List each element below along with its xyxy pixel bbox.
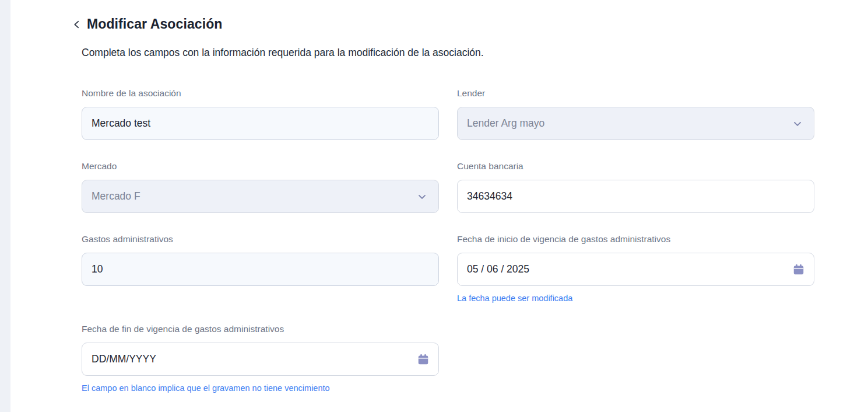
start-date-helper: La fecha puede ser modificada <box>457 294 814 303</box>
calendar-icon[interactable] <box>792 263 806 277</box>
back-button[interactable] <box>71 19 83 30</box>
market-selected-value: Mercado F <box>92 190 140 202</box>
chevron-left-icon <box>72 19 82 30</box>
field-start-date: Fecha de inicio de vigencia de gastos ad… <box>457 234 814 303</box>
lender-selected-value: Lender Arg mayo <box>467 117 544 130</box>
association-name-input[interactable] <box>82 107 439 140</box>
admin-expenses-input[interactable] <box>82 253 439 286</box>
calendar-icon[interactable] <box>416 352 430 366</box>
end-date-helper: El campo en blanco implica que el gravam… <box>82 383 439 393</box>
field-market: Mercado Mercado F <box>82 161 439 213</box>
page-header: Modificar Asociación <box>71 16 868 32</box>
lender-label: Lender <box>457 88 814 99</box>
sidebar-edge <box>0 0 10 412</box>
lender-select[interactable]: Lender Arg mayo <box>457 107 814 140</box>
association-name-label: Nombre de la asociación <box>82 88 439 99</box>
field-bank-account: Cuenta bancaria <box>457 161 814 213</box>
end-date-label: Fecha de fin de vigencia de gastos admin… <box>82 324 439 334</box>
chevron-down-icon <box>792 118 803 130</box>
start-date-input[interactable] <box>457 253 814 286</box>
bank-account-label: Cuenta bancaria <box>457 161 814 172</box>
field-association-name: Nombre de la asociación <box>82 88 439 140</box>
field-admin-expenses: Gastos administrativos <box>82 234 439 286</box>
modify-association-page: Modificar Asociación Completa los campos… <box>71 0 868 393</box>
field-end-date: Fecha de fin de vigencia de gastos admin… <box>82 324 439 393</box>
end-date-input[interactable] <box>82 343 439 376</box>
field-lender: Lender Lender Arg mayo <box>457 88 814 140</box>
admin-expenses-label: Gastos administrativos <box>82 234 439 245</box>
association-form: Nombre de la asociación Lender Lender Ar… <box>82 88 868 393</box>
chevron-down-icon <box>416 191 428 202</box>
market-label: Mercado <box>82 161 439 172</box>
market-select[interactable]: Mercado F <box>82 180 439 213</box>
start-date-label: Fecha de inicio de vigencia de gastos ad… <box>457 234 814 245</box>
page-title: Modificar Asociación <box>87 16 222 32</box>
bank-account-input[interactable] <box>457 180 814 213</box>
page-subtitle: Completa los campos con la información r… <box>82 45 516 61</box>
